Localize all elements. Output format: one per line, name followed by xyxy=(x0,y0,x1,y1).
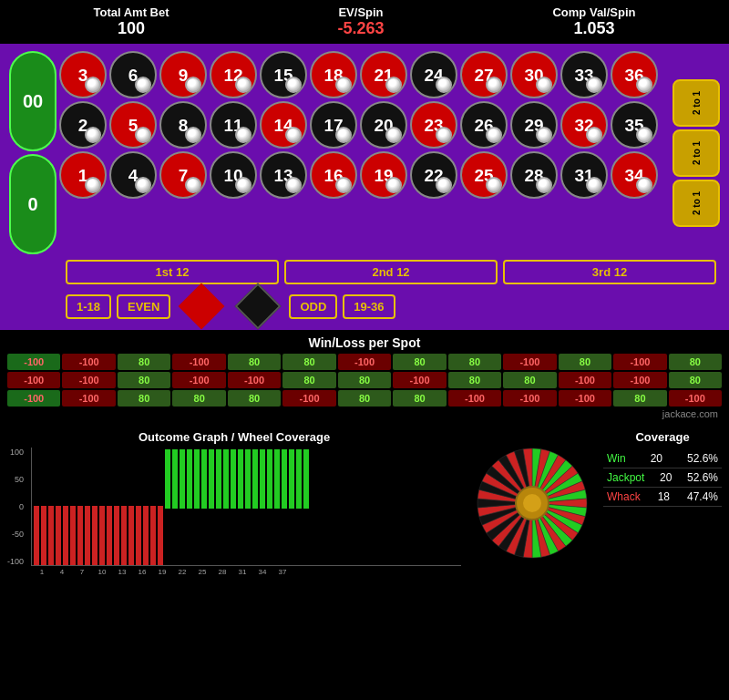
bar-neg-12 xyxy=(121,506,127,565)
two-to-one-top[interactable]: 2 to 1 xyxy=(673,79,720,127)
wl-cell-0-11: 80 xyxy=(669,354,722,370)
num-28[interactable]: 28 xyxy=(510,151,558,199)
num-18[interactable]: 18 xyxy=(310,51,357,98)
cov-pct-0: 52.6% xyxy=(687,452,718,465)
bet-1-18[interactable]: 1-18 xyxy=(66,294,111,319)
num-4[interactable]: 4 xyxy=(109,151,157,199)
num-12[interactable]: 12 xyxy=(210,51,257,98)
double-zero[interactable]: 00 xyxy=(9,51,56,151)
wl-cell-1-9: -100 xyxy=(559,372,611,388)
num-6[interactable]: 6 xyxy=(109,51,157,98)
number-row-3: 1 4 7 10 13 16 19 22 25 28 31 34 xyxy=(59,151,670,199)
y-100: 100 xyxy=(7,448,24,457)
graph-title: Outcome Graph / Wheel Coverage xyxy=(7,430,461,444)
num-36[interactable]: 36 xyxy=(611,51,658,98)
wl-cell-1-2: -100 xyxy=(172,372,225,388)
num-15[interactable]: 15 xyxy=(260,51,307,98)
wl-cell-2-9: -100 xyxy=(559,390,611,407)
first-dozen[interactable]: 1st 12 xyxy=(66,260,279,284)
num-31[interactable]: 31 xyxy=(560,151,608,199)
total-amt-bet-label: Total Amt Bet xyxy=(93,5,169,19)
ev-spin-value: -5.263 xyxy=(337,19,384,38)
graph-section: Outcome Graph / Wheel Coverage 100 50 0 … xyxy=(0,425,729,582)
bar-neg-16 xyxy=(150,506,156,565)
two-to-one-bot[interactable]: 2 to 1 xyxy=(673,180,720,227)
num-14[interactable]: 14 xyxy=(260,101,307,149)
num-17[interactable]: 17 xyxy=(310,101,357,149)
num-32[interactable]: 32 xyxy=(560,101,608,149)
num-34[interactable]: 34 xyxy=(611,151,658,199)
roulette-section: 00 0 3 6 9 12 15 18 21 24 27 30 33 36 xyxy=(0,44,729,330)
num-33[interactable]: 33 xyxy=(560,51,608,98)
diamond-black-wrap[interactable] xyxy=(232,288,283,324)
bar-neg-9 xyxy=(99,506,105,565)
wl-cell-0-7: 80 xyxy=(448,354,501,370)
cov-count-0: 20 xyxy=(651,452,662,465)
num-7[interactable]: 7 xyxy=(159,151,207,199)
bar-neg-7 xyxy=(85,506,90,565)
bet-19-36[interactable]: 19-36 xyxy=(343,294,395,319)
num-10[interactable]: 10 xyxy=(210,151,257,199)
y-50: 50 xyxy=(7,475,24,484)
num-25[interactable]: 25 xyxy=(460,151,508,199)
num-23[interactable]: 23 xyxy=(410,101,457,149)
bar-pos-19 xyxy=(303,449,309,509)
num-19[interactable]: 19 xyxy=(360,151,407,199)
num-30[interactable]: 30 xyxy=(510,51,558,98)
cov-count-1: 20 xyxy=(660,471,672,484)
num-21[interactable]: 21 xyxy=(360,51,407,98)
ev-spin-col: EV/Spin -5.263 xyxy=(337,5,384,38)
num-22[interactable]: 22 xyxy=(410,151,457,199)
num-26[interactable]: 26 xyxy=(460,101,508,149)
wl-cell-2-8: -100 xyxy=(503,390,556,407)
bet-even[interactable]: EVEN xyxy=(117,294,170,319)
x-label-10: 10 xyxy=(93,568,111,576)
num-5[interactable]: 5 xyxy=(109,101,157,149)
diamond-red-wrap[interactable] xyxy=(176,288,227,324)
num-3[interactable]: 3 xyxy=(59,51,107,98)
wl-cell-0-0: -100 xyxy=(62,354,115,370)
winloss-title: Win/Loss per Spot xyxy=(7,335,722,350)
wl-cell-1-8: 80 xyxy=(503,372,556,388)
wl-cell-0-3: 80 xyxy=(228,354,281,370)
num-8[interactable]: 8 xyxy=(159,101,207,149)
two-to-one-column: 2 to 1 2 to 1 2 to 1 xyxy=(673,51,720,254)
two-to-one-mid[interactable]: 2 to 1 xyxy=(673,129,720,177)
black-diamond-icon xyxy=(235,283,282,330)
num-35[interactable]: 35 xyxy=(611,101,658,149)
num-2[interactable]: 2 xyxy=(59,101,107,149)
second-dozen[interactable]: 2nd 12 xyxy=(284,260,498,284)
bar-pos-17 xyxy=(289,449,294,509)
bar-neg-6 xyxy=(77,506,83,565)
wl-first-1: -100 xyxy=(7,372,60,388)
num-29[interactable]: 29 xyxy=(510,101,558,149)
wl-cell-0-1: 80 xyxy=(118,354,170,370)
zero-column: 00 0 xyxy=(9,51,56,254)
x-label-22: 22 xyxy=(173,568,191,576)
num-13[interactable]: 13 xyxy=(260,151,307,199)
bar-pos-2 xyxy=(180,449,185,509)
wl-cell-1-1: 80 xyxy=(118,372,170,388)
wl-cell-0-9: 80 xyxy=(559,354,611,370)
bar-pos-10 xyxy=(238,449,243,509)
wl-cell-1-0: -100 xyxy=(62,372,115,388)
bar-neg-8 xyxy=(92,506,98,565)
bar-pos-18 xyxy=(296,449,302,509)
num-9[interactable]: 9 xyxy=(159,51,207,98)
bet-odd[interactable]: ODD xyxy=(289,294,337,319)
comp-val-value: 1.053 xyxy=(552,19,635,38)
num-1[interactable]: 1 xyxy=(59,151,107,199)
bar-neg-4 xyxy=(63,506,68,565)
third-dozen[interactable]: 3rd 12 xyxy=(503,260,716,284)
zero[interactable]: 0 xyxy=(9,154,56,254)
num-27[interactable]: 27 xyxy=(460,51,508,98)
num-16[interactable]: 16 xyxy=(310,151,357,199)
graph-area: Outcome Graph / Wheel Coverage 100 50 0 … xyxy=(7,430,461,576)
bar-neg-5 xyxy=(70,506,76,565)
bar-pos-5 xyxy=(201,449,207,509)
num-24[interactable]: 24 xyxy=(410,51,457,98)
num-11[interactable]: 11 xyxy=(210,101,257,149)
num-20[interactable]: 20 xyxy=(360,101,407,149)
jackace-label: jackace.com xyxy=(7,408,722,419)
cov-pct-2: 47.4% xyxy=(687,490,718,503)
